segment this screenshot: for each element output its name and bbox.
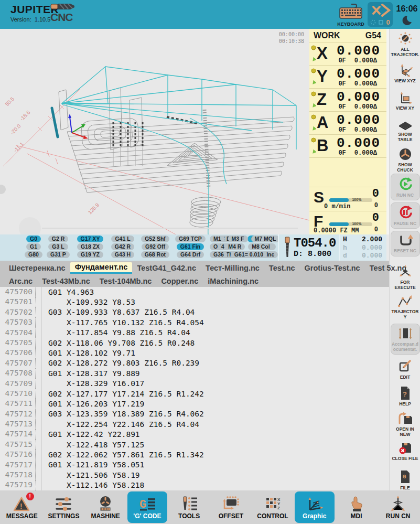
nc-line-code: G01 X-128.317 Y9.889 — [41, 369, 140, 378]
nc-line[interactable]: 475710G02 X-127.177 Y17.214 Z16.5 R1.242 — [0, 389, 389, 399]
active-tool-box[interactable]: T054.0 D: 8.000 — [278, 234, 340, 261]
nav-tools-button[interactable]: TOOLS — [169, 491, 209, 523]
nc-line[interactable]: 475709 X-128.329 Y16.017 — [0, 379, 389, 389]
all-trajectory-button[interactable]: ALL TRAJECTOR. — [390, 32, 420, 57]
axis-row-a[interactable]: A 0.000 0F0.000Δ — [309, 112, 386, 135]
edit-button[interactable]: EDIT — [390, 360, 420, 380]
file-tab[interactable]: Test 5x.nc — [365, 262, 411, 274]
spindle-letter: S — [314, 188, 324, 206]
nc-gutter — [36, 348, 41, 358]
file-tab[interactable]: Фундамент.nc — [70, 262, 133, 274]
exit-program-button[interactable]: 0 — [368, 2, 393, 27]
show-table-button[interactable]: SHOW TABLE — [390, 119, 420, 142]
file-tab[interactable]: Test.nc — [264, 262, 300, 274]
feed-row[interactable]: F 0 100% 0.0000 FZ MM 0 — [309, 211, 386, 236]
file-tab[interactable]: Arc.nc — [4, 275, 37, 287]
nav-run-cn-button[interactable]: RUN CN — [378, 491, 418, 523]
show-chuck-button[interactable]: SHOW CHUCK — [390, 147, 420, 173]
nc-line[interactable]: 475718 X-121.506 Y58.19 — [0, 470, 389, 480]
work-offset-system[interactable]: G54 — [365, 31, 381, 40]
nc-line[interactable]: 475711G01 X-126.203 Y17.219 — [0, 399, 389, 409]
file-tab[interactable]: Шестеренка.nc — [4, 262, 70, 274]
nc-line[interactable]: 475717G01 X-121.819 Y58.051 — [0, 460, 389, 470]
pan-handle[interactable] — [0, 185, 6, 194]
run-nc-button[interactable]: RUN NC — [391, 174, 420, 200]
mcode-pill: M8 Col — [248, 243, 273, 250]
nc-line[interactable]: 475716G02 X-122.062 Y57.861 Z16.5 R1.342 — [0, 450, 389, 459]
nav-message-button[interactable]: ! ! MESSAGE — [2, 491, 42, 523]
nc-line[interactable]: 475714G01 X-122.42 Y22.891 — [0, 429, 389, 439]
nav-graphic-button[interactable]: Graphic — [295, 491, 335, 523]
axis-row-b[interactable]: B 0.000 0F0.000Δ — [309, 135, 386, 158]
nc-line[interactable]: 475706G01 X-128.102 Y9.71 — [0, 348, 389, 358]
svg-text:126.9: 126.9 — [87, 202, 101, 216]
file-tab[interactable]: Test-43Mb.nc — [37, 275, 95, 287]
feed-override-slider[interactable]: 100% — [329, 222, 372, 226]
run-nc-icon — [397, 177, 413, 191]
axis-row-y[interactable]: Y 0.000 0F0.000Δ — [309, 66, 386, 89]
nav-gcode-button[interactable]: G 'G' CODE — [127, 491, 167, 523]
nc-line[interactable]: 475705G02 X-118.06 Y9.708 Z16.5 R0.248 — [0, 338, 389, 348]
nc-gutter — [36, 379, 41, 389]
nc-line-code: G02 X-118.06 Y9.708 Z16.5 R0.248 — [41, 339, 195, 347]
nc-line[interactable]: 475703 X-117.765 Y10.132 Z16.5 R4.054 — [0, 317, 389, 327]
nc-line[interactable]: 475712G03 X-123.359 Y18.389 Z16.5 R4.062 — [0, 409, 389, 419]
file-button[interactable]: G FILE — [390, 469, 420, 490]
message-badge: ! — [26, 493, 34, 500]
nc-line[interactable]: 475719 X-112.146 Y58.218 — [0, 480, 389, 490]
spindle-value: 0 — [372, 187, 379, 200]
open-in-new-icon — [397, 412, 413, 425]
keyboard-button[interactable]: KEYBOARD — [336, 3, 366, 27]
nav-mdi-button[interactable]: MDI — [336, 491, 376, 523]
pause-nc-button[interactable]: PAUSE NC — [391, 202, 420, 228]
help-button[interactable]: ? HELP — [390, 386, 420, 407]
mcode-pill: G36 — [210, 251, 228, 258]
timer-total: 00:10:38 — [279, 38, 304, 44]
nc-line[interactable]: 475702G03 X-109.933 Y8.637 Z16.5 R4.04 — [0, 307, 389, 317]
trajectory-button[interactable]: TRAJECTORY — [390, 294, 420, 319]
nc-line[interactable]: 475700G01 Y4.963 — [0, 287, 389, 297]
nc-line-number: 475716 — [0, 450, 36, 459]
axis-row-x[interactable]: X 0.000 0F0.000Δ — [309, 42, 386, 66]
nc-line[interactable]: 475708G01 X-128.317 Y9.889 — [0, 368, 389, 378]
nc-gutter — [36, 440, 41, 450]
nc-line-code: G02 X-122.062 Y57.861 Z16.5 R1.342 — [41, 451, 204, 459]
view-xyz-button[interactable]: VIEW XYZ — [390, 63, 420, 83]
gcode-pill: G43 H — [111, 251, 134, 258]
nav-offset-button[interactable]: OFFSET — [211, 491, 251, 523]
nc-line[interactable]: 475715 X-122.418 Y57.125 — [0, 440, 389, 450]
viewport-3d[interactable]: 50.5 -18.6 -20.0 -11.1 126.9 — [0, 29, 309, 234]
nc-line-code: X-117.854 Y9.88 Z16.5 R4.04 — [41, 328, 190, 337]
work-panel-title: WORK — [314, 31, 340, 40]
work-coordinates-panel: WORK G54 X 0.000 0F0.000Δ Y 0.000 0F0.00… — [309, 29, 386, 234]
nc-line[interactable]: 475701 X-109.932 Y8.53 — [0, 297, 389, 307]
file-tab[interactable]: Grotius-Test.nc — [300, 262, 365, 274]
modal-status-strip: G0G2 RG17 XYG41 LG52 ShfG69 TCPG83 DrlG9… — [0, 234, 386, 261]
svg-text:?: ? — [403, 390, 407, 398]
nc-line[interactable]: 475707G02 X-128.272 Y9.803 Z16.5 R0.239 — [0, 358, 389, 368]
gcode-pill: G31 P — [47, 251, 70, 258]
nav-control-button[interactable]: X Y Z CONTROL — [253, 491, 293, 523]
view-xy-button[interactable]: VIEW XY — [390, 91, 420, 111]
accompanying-doc-button[interactable]: Accompan.documentat. — [391, 324, 420, 355]
reset-nc-button[interactable]: RESET NC — [391, 231, 420, 256]
zoom-handle[interactable] — [19, 217, 41, 234]
nav-mashine-button[interactable]: MASHINE — [85, 491, 125, 523]
axis-row-z[interactable]: Z 0.000 0F0.000Δ — [309, 89, 386, 112]
nc-code-listing[interactable]: 475700G01 Y4.963475701 X-109.932 Y8.5347… — [0, 287, 389, 490]
spindle-row[interactable]: S 0 100% 0 m/min 0 — [309, 187, 386, 211]
file-tab[interactable]: TestG41_G42.nc — [132, 262, 201, 274]
run-timers: 00:00:00 00:10:38 — [279, 31, 304, 44]
spindle-override-slider[interactable]: 100% — [329, 198, 372, 202]
nc-line[interactable]: 475704 X-117.854 Y9.88 Z16.5 R4.04 — [0, 328, 389, 338]
nc-line[interactable]: 475713 X-122.254 Y22.146 Z16.5 R4.04 — [0, 419, 389, 429]
file-tab[interactable]: Тест-Milling.nc — [201, 262, 264, 274]
file-tab[interactable]: Copper.nc — [156, 275, 203, 287]
file-tab[interactable]: Test-104Mb.nc — [95, 275, 157, 287]
night-mode-icon[interactable] — [401, 15, 413, 26]
nc-line-code: X-121.506 Y58.19 — [41, 471, 140, 479]
file-tab[interactable]: iMachining.nc — [203, 275, 263, 287]
close-file-button[interactable]: CLOSE FILE — [390, 441, 420, 461]
nav-settings-button[interactable]: SETTINGS — [44, 491, 83, 523]
open-in-new-button[interactable]: OPEN IN NEW — [390, 412, 420, 437]
